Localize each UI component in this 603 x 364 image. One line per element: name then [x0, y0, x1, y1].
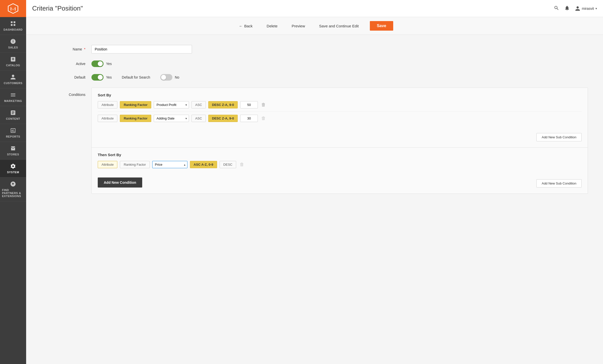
delete-condition-3[interactable]: 🗑 — [239, 161, 245, 168]
default-row: Default Yes Default for Search No — [41, 74, 588, 81]
sidebar-item-marketing[interactable]: MARKETING — [0, 88, 26, 106]
then-sort-by-section: Then Sort By Attribute Ranking Factor Pr… — [92, 148, 588, 194]
active-label: Active — [41, 62, 91, 66]
default-toggle-slider — [91, 74, 104, 81]
user-name: mirasvit — [582, 7, 594, 11]
product-select-wrap-1: Product Profit Adding Date Price ▾ — [154, 101, 189, 108]
product-select-wrap-3: Product Profit Adding Date Price ▴ — [152, 161, 187, 168]
topbar-icons: mirasvit ▾ — [554, 5, 597, 12]
conditions-label: Conditions — [41, 88, 91, 97]
sidebar-logo — [0, 0, 26, 17]
asc-btn-2[interactable]: ASC — [191, 115, 206, 122]
conditions-box: Sort By Attribute Ranking Factor Product… — [91, 88, 588, 194]
sidebar-item-catalog[interactable]: CATALOG — [0, 53, 26, 71]
sidebar-item-system[interactable]: SYSTEM — [0, 160, 26, 177]
sidebar-item-catalog-label: CATALOG — [6, 64, 20, 67]
back-arrow-icon: ← — [239, 24, 243, 28]
active-toggle-wrapper: Yes — [91, 60, 112, 67]
default-search-toggle-label: No — [175, 75, 179, 79]
number-input-1[interactable] — [240, 101, 258, 108]
attr-btn-2[interactable]: Attribute — [98, 115, 117, 122]
then-sort-by-bottom-row: Add New Condition Add New Sub Condition — [98, 174, 582, 189]
delete-condition-2[interactable]: 🗑 — [260, 115, 267, 122]
back-button[interactable]: ← Back — [236, 22, 256, 30]
svg-rect-2 — [11, 24, 13, 26]
asc-btn-1[interactable]: ASC — [191, 101, 206, 108]
default-toggle-label: Yes — [106, 75, 112, 79]
action-bar: ← Back Delete Preview Save and Continue … — [26, 17, 603, 35]
svg-rect-3 — [14, 24, 15, 26]
asc-btn-3[interactable]: ASC A-Z, 0-9 — [190, 161, 217, 168]
form-content: Name * Active Yes Default — [26, 35, 603, 364]
sidebar-item-find[interactable]: FIND PARTNERS & EXTENSIONS — [0, 177, 26, 201]
sidebar-item-content-label: CONTENT — [6, 117, 20, 120]
active-toggle-slider — [91, 60, 104, 67]
attr-btn-3[interactable]: Attribute — [98, 161, 117, 168]
sidebar-item-stores[interactable]: STORES — [0, 142, 26, 160]
active-row: Active Yes — [41, 60, 588, 67]
sidebar-item-stores-label: STORES — [7, 153, 19, 156]
sidebar-item-sales-label: SALES — [8, 46, 18, 49]
save-button[interactable]: Save — [370, 21, 393, 31]
sidebar-item-reports[interactable]: REPORTS — [0, 124, 26, 142]
name-input[interactable] — [91, 45, 192, 53]
active-toggle[interactable] — [91, 60, 104, 67]
ranking-factor-btn-1[interactable]: Ranking Factor — [120, 101, 151, 108]
active-toggle-label: Yes — [106, 62, 112, 66]
user-menu[interactable]: mirasvit ▾ — [575, 6, 597, 11]
desc-btn-3[interactable]: DESC — [220, 161, 236, 168]
default-search-toggle[interactable] — [160, 74, 172, 81]
condition-row-2: Attribute Ranking Factor Product Profit … — [98, 115, 582, 125]
ranking-factor-btn-3[interactable]: Ranking Factor — [120, 161, 149, 168]
ranking-factor-btn-2[interactable]: Ranking Factor — [120, 115, 151, 122]
sidebar-item-find-label: FIND PARTNERS & EXTENSIONS — [2, 189, 24, 198]
user-dropdown-icon: ▾ — [595, 7, 597, 10]
desc-btn-1[interactable]: DESC Z-A, 9-0 — [208, 101, 238, 108]
svg-rect-1 — [14, 21, 15, 23]
attr-btn-1[interactable]: Attribute — [98, 101, 117, 108]
notification-icon[interactable] — [564, 5, 570, 12]
default-search-toggle-slider — [160, 74, 172, 81]
save-continue-button[interactable]: Save and Continue Edit — [316, 22, 362, 30]
add-new-condition-button[interactable]: Add New Condition — [98, 177, 142, 188]
add-sub-condition-btn-1[interactable]: Add New Sub Condition — [536, 133, 582, 141]
svg-rect-0 — [11, 21, 13, 23]
condition-row-3: Attribute Ranking Factor Product Profit … — [98, 161, 582, 171]
name-row: Name * — [41, 45, 588, 53]
sidebar-item-system-label: SYSTEM — [7, 171, 19, 174]
delete-button[interactable]: Delete — [264, 22, 280, 30]
default-search-toggle-wrapper: No — [160, 74, 179, 81]
product-select-3[interactable]: Product Profit Adding Date Price — [152, 161, 187, 168]
product-select-2[interactable]: Product Profit Adding Date Price — [154, 115, 189, 122]
sort-by-section: Sort By Attribute Ranking Factor Product… — [92, 88, 588, 148]
add-sub-condition-btn-2[interactable]: Add New Sub Condition — [536, 179, 582, 188]
sidebar-item-content[interactable]: CONTENT — [0, 106, 26, 124]
sort-by-bottom-row: Add New Sub Condition — [98, 128, 582, 142]
sort-by-title: Sort By — [98, 93, 582, 97]
topbar: Criteria "Position" mirasvit ▾ — [26, 0, 603, 17]
number-input-2[interactable] — [240, 115, 258, 122]
sidebar-item-reports-label: REPORTS — [6, 135, 20, 138]
sidebar-item-dashboard[interactable]: DASHBOARD — [0, 17, 26, 35]
desc-btn-2[interactable]: DESC Z-A, 9-0 — [208, 115, 238, 122]
sidebar-item-customers-label: CUSTOMERS — [4, 82, 23, 85]
sidebar-item-customers[interactable]: CUSTOMERS — [0, 71, 26, 88]
main-content: Criteria "Position" mirasvit ▾ ← Back De… — [26, 0, 603, 364]
default-toggle[interactable] — [91, 74, 104, 81]
sidebar-item-sales[interactable]: SALES — [0, 35, 26, 53]
product-select-1[interactable]: Product Profit Adding Date Price — [154, 101, 189, 108]
sidebar-item-marketing-label: MARKETING — [4, 99, 22, 102]
default-search-label: Default for Search — [122, 75, 150, 79]
condition-row-1: Attribute Ranking Factor Product Profit … — [98, 101, 582, 112]
name-label: Name * — [41, 47, 91, 51]
sidebar-item-dashboard-label: DASHBOARD — [4, 28, 23, 31]
then-sort-by-title: Then Sort By — [98, 153, 582, 157]
preview-button[interactable]: Preview — [289, 22, 308, 30]
page-title: Criteria "Position" — [32, 5, 550, 12]
search-icon[interactable] — [554, 5, 559, 12]
default-toggle-wrapper: Yes — [91, 74, 112, 81]
sidebar: DASHBOARD SALES CATALOG CUSTOMERS MARKET… — [0, 0, 26, 364]
conditions-row: Conditions Sort By Attribute Ranking Fac… — [41, 88, 588, 194]
default-row-inner: Yes Default for Search No — [91, 74, 179, 81]
delete-condition-1[interactable]: 🗑 — [260, 101, 267, 108]
